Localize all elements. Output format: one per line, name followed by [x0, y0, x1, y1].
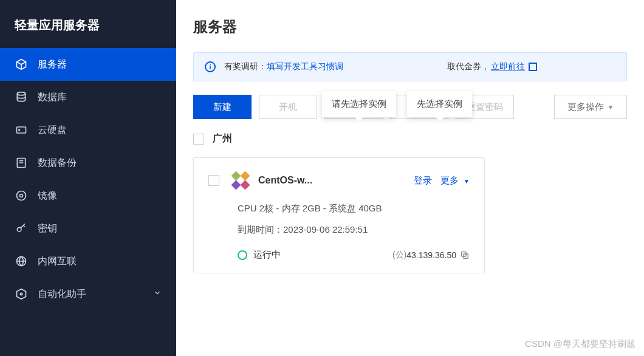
svg-point-2: [19, 129, 20, 131]
region-row: 广州: [193, 132, 627, 145]
disk-icon: [15, 123, 28, 137]
sidebar-item-network[interactable]: 内网互联: [0, 245, 176, 278]
sidebar-item-key[interactable]: 密钥: [0, 212, 176, 245]
region-checkbox[interactable]: [193, 134, 204, 145]
sidebar-item-disk[interactable]: 云硬盘: [0, 114, 176, 146]
image-icon: [15, 189, 28, 202]
sidebar-title: 轻量应用服务器: [0, 6, 176, 48]
svg-point-8: [20, 293, 22, 295]
svg-rect-1: [17, 127, 26, 133]
banner-text: 有奖调研：填写开发工具习惯调 取代金券，: [224, 61, 490, 72]
copy-icon[interactable]: [460, 250, 470, 260]
sidebar-item-label: 密钥: [38, 222, 57, 235]
start-button[interactable]: 开机: [259, 95, 317, 119]
create-button[interactable]: 新建: [193, 95, 252, 119]
main-content: 服务器 i 有奖调研：填写开发工具习惯调 取代金券， 立即前往 新建 开机 关机…: [176, 0, 644, 356]
survey-banner: i 有奖调研：填写开发工具习惯调 取代金券， 立即前往: [193, 52, 627, 81]
sidebar-item-image[interactable]: 镜像: [0, 179, 176, 212]
sidebar: 轻量应用服务器 服务器 数据库 云硬盘 数据备份: [0, 0, 176, 356]
svg-point-0: [17, 92, 25, 95]
status-running-icon: [238, 250, 247, 260]
backup-icon: [15, 156, 28, 169]
svg-point-5: [20, 194, 23, 197]
server-icon: [15, 58, 28, 71]
instance-name[interactable]: CentOS-w...: [258, 175, 414, 186]
robot-icon: [15, 287, 28, 301]
instance-more-button[interactable]: 更多 ▼: [440, 175, 470, 187]
instance-status-row: 运行中 (公)43.139.36.50: [238, 249, 470, 261]
sidebar-item-database[interactable]: 数据库: [0, 81, 176, 114]
public-ip: (公)43.139.36.50: [392, 250, 470, 261]
svg-rect-9: [231, 171, 241, 180]
caret-down-icon: ▼: [464, 178, 470, 185]
network-icon: [15, 255, 28, 268]
key-icon: [15, 222, 28, 235]
watermark: CSDN @每天都要坚持刷题: [525, 338, 635, 350]
sidebar-item-label: 数据备份: [38, 157, 77, 169]
more-actions-button[interactable]: 更多操作 ▼: [554, 95, 627, 119]
svg-rect-10: [241, 171, 250, 180]
login-button[interactable]: 登录: [414, 175, 432, 187]
external-link-icon: [529, 63, 537, 71]
svg-rect-12: [241, 180, 250, 190]
instance-checkbox[interactable]: [208, 175, 219, 186]
tooltip-select-instance: 请先选择实例: [322, 91, 396, 117]
sidebar-item-automation[interactable]: 自动化助手: [0, 278, 176, 310]
instance-card: CentOS-w... 登录 更多 ▼ CPU 2核 - 内存 2GB - 系统…: [193, 157, 485, 273]
caret-down-icon: ▼: [608, 104, 614, 111]
sidebar-item-backup[interactable]: 数据备份: [0, 146, 176, 179]
chevron-down-icon: [153, 289, 162, 300]
status-text: 运行中: [253, 249, 281, 261]
svg-rect-11: [231, 180, 241, 190]
tooltip-select-instance-2: 先选择实例: [407, 91, 472, 117]
sidebar-item-label: 内网互联: [38, 255, 77, 268]
svg-point-6: [17, 227, 21, 231]
sidebar-item-label: 自动化助手: [38, 288, 86, 301]
info-icon: i: [205, 61, 216, 72]
svg-point-4: [17, 191, 26, 200]
region-label: 广州: [213, 132, 232, 145]
sidebar-item-label: 云硬盘: [38, 124, 67, 137]
page-title: 服务器: [193, 0, 627, 52]
sidebar-item-label: 镜像: [38, 190, 57, 202]
sidebar-item-server[interactable]: 服务器: [0, 48, 176, 81]
centos-icon: [231, 171, 250, 190]
sidebar-item-label: 数据库: [38, 91, 67, 104]
sidebar-item-label: 服务器: [38, 58, 67, 71]
instance-expiry: 到期时间：2023-09-06 22:59:51: [238, 224, 470, 236]
survey-link[interactable]: 立即前往: [491, 61, 525, 72]
database-icon: [15, 91, 28, 104]
instance-header: CentOS-w... 登录 更多 ▼: [208, 171, 470, 190]
instance-spec: CPU 2核 - 内存 2GB - 系统盘 40GB: [238, 203, 470, 214]
